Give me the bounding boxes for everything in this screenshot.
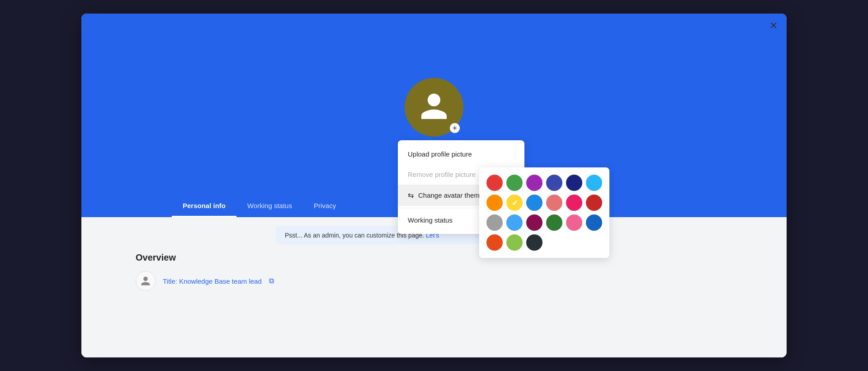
title-value: Knowledge Base team lead	[179, 277, 262, 285]
color-swatch-red[interactable]	[486, 175, 503, 191]
avatar-circle: +	[405, 78, 463, 137]
color-swatch-hot-pink[interactable]	[566, 214, 582, 231]
color-swatch-dark-green[interactable]	[546, 214, 562, 231]
plus-badge: +	[450, 123, 460, 133]
tab-working-status[interactable]: Working status	[236, 195, 303, 217]
change-avatar-theme-left: ⇆ Change avatar theme	[408, 191, 483, 200]
small-avatar	[136, 271, 156, 291]
title-field: Title: Knowledge Base team lead	[163, 277, 262, 285]
working-status-label: Working status	[408, 216, 453, 224]
color-swatch-red-light[interactable]	[546, 195, 562, 211]
color-swatch-red-dark[interactable]	[586, 195, 602, 211]
color-swatch-orange[interactable]	[486, 195, 503, 211]
color-swatch-green[interactable]	[506, 175, 523, 191]
color-swatch-indigo[interactable]	[546, 175, 562, 191]
tab-privacy[interactable]: Privacy	[303, 195, 347, 217]
swap-icon: ⇆	[408, 191, 414, 200]
copy-icon[interactable]: ⧉	[269, 277, 274, 285]
color-swatch-gray[interactable]	[486, 214, 503, 231]
header-area: + Change profile picture Upload profile …	[81, 14, 787, 217]
user-icon	[418, 90, 450, 124]
color-swatch-blue[interactable]	[526, 195, 542, 211]
color-swatch-purple-light[interactable]	[526, 175, 542, 191]
overview-title: Overview	[136, 252, 760, 263]
color-swatch-midnight[interactable]	[526, 234, 542, 251]
color-swatch-dark-red[interactable]	[526, 214, 542, 231]
remove-picture-label: Remove profile picture	[408, 171, 476, 178]
color-swatch-blue-medium[interactable]	[506, 214, 523, 231]
color-swatch-cyan[interactable]	[586, 175, 602, 191]
content-area: Psst... As an admin, you can customize t…	[81, 217, 787, 357]
modal: ✕ + Change profile picture Upload profil…	[81, 14, 787, 357]
overview-row: Title: Knowledge Base team lead ⧉	[136, 271, 760, 291]
color-swatch-pink[interactable]	[566, 195, 582, 211]
close-button[interactable]: ✕	[769, 21, 778, 31]
working-status-left: Working status	[408, 216, 453, 224]
color-swatch-lime[interactable]	[506, 234, 523, 251]
color-swatch-yellow-check[interactable]	[506, 195, 523, 211]
color-swatch-steel-blue[interactable]	[586, 214, 602, 231]
title-label: Title:	[163, 277, 177, 285]
color-swatch-orange-deep[interactable]	[486, 234, 503, 251]
upload-picture-item[interactable]: Upload profile picture	[398, 144, 524, 164]
color-palette	[479, 167, 609, 258]
change-avatar-theme-label: Change avatar theme	[418, 191, 483, 199]
upload-picture-label: Upload profile picture	[408, 150, 472, 158]
tab-personal-info[interactable]: Personal info	[172, 195, 236, 217]
color-swatch-dark-navy[interactable]	[566, 175, 582, 191]
overview-section: Overview Title: Knowledge Base team lead…	[108, 252, 760, 291]
